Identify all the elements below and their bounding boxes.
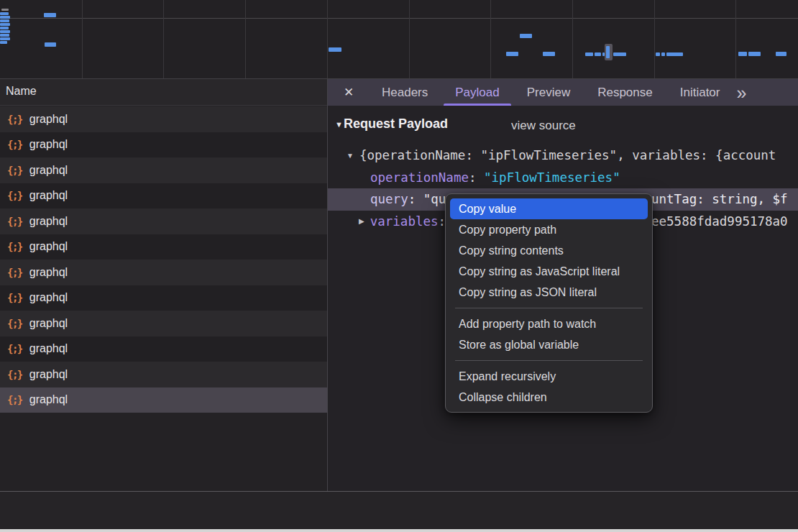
request-row[interactable]: {;}graphql [0, 336, 327, 362]
overview-gridline [735, 0, 736, 78]
json-braces-icon: {;} [7, 190, 22, 201]
request-row[interactable]: {;}graphql [0, 234, 327, 260]
request-payload-section[interactable]: ▼ Request Payload [335, 116, 448, 132]
overview-gridline [654, 0, 655, 78]
view-source-link[interactable]: view source [511, 119, 576, 133]
menu-item-copy-string-as-json-literal[interactable]: Copy string as JSON literal [450, 282, 648, 303]
section-title: Request Payload [344, 116, 448, 132]
request-name: graphql [29, 291, 68, 304]
json-braces-icon: {;} [7, 267, 22, 278]
request-name: graphql [29, 113, 68, 126]
waterfall-bar [0, 37, 10, 40]
waterfall-bar [0, 30, 10, 33]
menu-item-copy-property-path[interactable]: Copy property path [450, 219, 648, 240]
detail-tabbar: ✕ HeadersPayloadPreviewResponseInitiator… [328, 79, 798, 106]
json-braces-icon: {;} [7, 343, 22, 354]
request-row[interactable]: {;}graphql [0, 362, 327, 387]
waterfall-bar [0, 34, 9, 37]
property-value-start: "qu [423, 192, 446, 206]
waterfall-bar [543, 52, 555, 56]
request-row[interactable]: {;}graphql [0, 208, 327, 234]
panel-divider[interactable] [327, 79, 328, 529]
triangle-right-icon[interactable]: ▶ [359, 217, 364, 225]
waterfall-bar [585, 52, 593, 56]
waterfall-bar [0, 19, 9, 22]
waterfall-bar [613, 52, 626, 56]
overview-gridline [409, 0, 410, 78]
property-value-continued: ee5588fdad995178a0 [651, 214, 788, 229]
request-row[interactable]: {;}graphql [0, 285, 327, 311]
menu-divider [455, 308, 643, 308]
request-name: graphql [29, 189, 68, 202]
request-row[interactable]: {;}graphql [0, 132, 327, 158]
waterfall-bar [0, 23, 10, 26]
json-braces-icon: {;} [7, 369, 22, 380]
tab-payload[interactable]: Payload [455, 79, 499, 106]
json-braces-icon: {;} [7, 292, 22, 303]
close-icon[interactable]: ✕ [344, 85, 368, 100]
request-name: graphql [29, 393, 68, 406]
request-row[interactable]: {;}graphql [0, 311, 327, 336]
request-row[interactable]: {;}graphql [0, 157, 327, 183]
request-row[interactable]: {;}graphql [0, 183, 327, 209]
menu-item-copy-string-as-javascript-literal[interactable]: Copy string as JavaScript literal [450, 261, 648, 282]
waterfall-bar [656, 52, 660, 56]
root-object-preview: {operationName: "ipFlowTimeseries", vari… [359, 148, 776, 162]
menu-item-expand-recursively[interactable]: Expand recursively [450, 366, 648, 387]
waterfall-bar [44, 13, 56, 17]
waterfall-bar [520, 34, 532, 38]
devtools-network-panel: Name {;}graphql{;}graphql{;}graphql{;}gr… [0, 0, 798, 532]
menu-item-copy-value[interactable]: Copy value [450, 198, 648, 219]
menu-item-store-as-global-variable[interactable]: Store as global variable [450, 334, 648, 355]
overview-gridline [82, 0, 83, 78]
json-braces-icon: {;} [7, 114, 22, 125]
waterfall-bar [0, 41, 7, 44]
property-key: query [370, 192, 423, 206]
waterfall-bar [738, 52, 747, 56]
tab-headers[interactable]: Headers [382, 79, 428, 106]
triangle-down-icon[interactable]: ▼ [347, 152, 354, 160]
property-value: "ipFlowTimeseries" [484, 170, 620, 185]
name-column-header[interactable]: Name [0, 79, 327, 106]
menu-item-add-property-path-to-watch[interactable]: Add property path to watch [450, 313, 648, 334]
selected-request-bar [606, 46, 610, 58]
json-braces-icon: {;} [7, 165, 22, 176]
overview-gridline [163, 0, 164, 78]
tab-preview[interactable]: Preview [527, 79, 570, 106]
waterfall-bar [0, 16, 10, 19]
waterfall-bar [661, 52, 665, 56]
request-row[interactable]: {;}graphql [0, 106, 327, 132]
context-menu: Copy valueCopy property pathCopy string … [445, 193, 653, 413]
request-name: graphql [29, 342, 68, 355]
json-braces-icon: {;} [7, 139, 22, 150]
json-braces-icon: {;} [7, 241, 22, 252]
tab-initiator[interactable]: Initiator [680, 79, 720, 106]
triangle-down-icon[interactable]: ▼ [335, 120, 343, 129]
property-key: variables [370, 214, 454, 229]
waterfall-bar [506, 52, 518, 56]
waterfall-bar [1, 9, 9, 11]
tab-response[interactable]: Response [597, 79, 653, 106]
request-name: graphql [29, 317, 68, 330]
status-footer [0, 492, 798, 529]
request-name: graphql [29, 138, 68, 151]
operation-name-row[interactable]: operationName "ipFlowTimeseries" [328, 167, 798, 189]
name-column-label: Name [6, 85, 37, 98]
json-braces-icon: {;} [7, 318, 22, 329]
more-tabs-icon[interactable]: » [736, 86, 746, 100]
request-row[interactable]: {;}graphql [0, 387, 327, 413]
overview-baseline [0, 18, 798, 19]
menu-divider [455, 360, 643, 361]
payload-root-row[interactable]: ▼ {operationName: "ipFlowTimeseries", va… [328, 145, 798, 167]
request-name: graphql [29, 240, 68, 253]
request-name: graphql [29, 368, 68, 381]
overview-gridline [327, 0, 328, 78]
menu-item-collapse-children[interactable]: Collapse children [450, 387, 648, 408]
property-value-continued: untTag: string, $f [651, 192, 788, 206]
waterfall-bar [0, 27, 9, 29]
menu-item-copy-string-contents[interactable]: Copy string contents [450, 240, 648, 261]
request-row[interactable]: {;}graphql [0, 260, 327, 285]
request-name: graphql [29, 215, 68, 228]
waterfall-bar [45, 42, 56, 47]
network-overview[interactable] [0, 0, 798, 79]
